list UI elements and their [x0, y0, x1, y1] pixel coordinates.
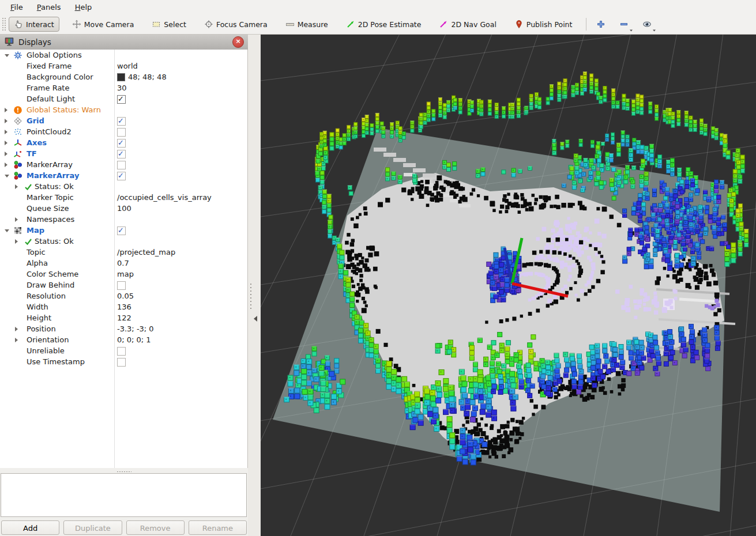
tool-move-camera[interactable]: Move Camera: [67, 17, 140, 32]
tree-value-map[interactable]: [117, 225, 126, 236]
tree-value-height[interactable]: 122: [117, 312, 131, 323]
tree-value-orientation[interactable]: 0; 0; 0; 1: [117, 334, 151, 345]
checkbox-unreliable[interactable]: [117, 347, 126, 356]
tree-row-resolution[interactable]: Resolution0.05: [0, 290, 247, 301]
tree-value-marker-topic[interactable]: /occupied_cells_vis_array: [117, 192, 212, 203]
tree-value-markerarray[interactable]: [117, 159, 126, 170]
tree-value-resolution[interactable]: 0.05: [117, 290, 134, 301]
tree-value-grid[interactable]: [117, 115, 126, 126]
tree-row-status-ok[interactable]: Status: Ok: [0, 181, 247, 192]
tree-value-color-scheme[interactable]: map: [117, 269, 134, 280]
panel-viewport-splitter[interactable]: [248, 35, 261, 536]
expander-closed-icon[interactable]: [15, 217, 18, 222]
tool-select[interactable]: Select: [146, 17, 191, 32]
expander-closed-icon[interactable]: [15, 327, 18, 331]
checkbox-pointcloud2[interactable]: [117, 128, 126, 137]
remove-tool-button[interactable]: [614, 17, 634, 32]
add-tool-button[interactable]: [591, 17, 611, 32]
tree-value-queue-size[interactable]: 100: [117, 203, 131, 214]
caret-down-icon[interactable]: [629, 28, 634, 33]
menu-panels[interactable]: Panels: [30, 1, 68, 13]
expander-closed-icon[interactable]: [5, 141, 7, 145]
tree-value-default-light[interactable]: [117, 93, 126, 104]
tree-value-unreliable[interactable]: [117, 345, 126, 356]
tree-value-use-timestamp[interactable]: [117, 356, 126, 367]
tree-row-namespaces[interactable]: Namespaces: [0, 214, 247, 225]
tool-2d-nav-goal[interactable]: 2D Nav Goal: [434, 17, 501, 32]
tree-value-position[interactable]: -3.3; -3; 0: [117, 323, 154, 334]
toolbar-drag-handle[interactable]: [2, 17, 6, 31]
tree-value-alpha[interactable]: 0.7: [117, 258, 129, 269]
tree-value-fixed-frame[interactable]: world: [117, 61, 138, 71]
expander-closed-icon[interactable]: [5, 152, 7, 156]
tree-value-pointcloud2[interactable]: [117, 126, 126, 137]
expander-open-icon[interactable]: [5, 229, 9, 232]
tree-value-frame-rate[interactable]: 30: [117, 82, 127, 93]
tree-value-axes[interactable]: [117, 137, 126, 148]
menu-file[interactable]: File: [3, 1, 30, 13]
tree-row-alpha[interactable]: Alpha0.7: [0, 258, 247, 269]
tree-row-status-ok[interactable]: Status: Ok: [0, 236, 247, 247]
tree-row-width[interactable]: Width136: [0, 301, 247, 312]
tool-2d-pose-estimate[interactable]: 2D Pose Estimate: [341, 17, 427, 32]
tree-value-width[interactable]: 136: [117, 301, 131, 312]
tree-row-frame-rate[interactable]: Frame Rate30: [0, 82, 247, 93]
tree-row-grid[interactable]: Grid: [0, 115, 247, 126]
tree-row-background-color[interactable]: Background Color48; 48; 48: [0, 71, 247, 82]
expander-closed-icon[interactable]: [5, 119, 7, 123]
tree-row-topic[interactable]: Topic/projected_map: [0, 247, 247, 258]
tree-row-marker-topic[interactable]: Marker Topic/occupied_cells_vis_array: [0, 192, 247, 203]
tree-row-pointcloud2[interactable]: PointCloud2: [0, 126, 247, 137]
tree-value-tf[interactable]: [117, 148, 126, 159]
expander-closed-icon[interactable]: [5, 163, 7, 167]
tool-measure[interactable]: Measure: [280, 17, 333, 32]
tree-row-global-status-warn[interactable]: !Global Status: Warn: [0, 104, 247, 115]
checkbox-use-timestamp[interactable]: [117, 358, 126, 367]
tree-row-default-light[interactable]: Default Light: [0, 93, 247, 104]
tree-row-map[interactable]: Map: [0, 225, 247, 236]
expander-closed-icon[interactable]: [15, 239, 18, 244]
expander-closed-icon[interactable]: [15, 338, 18, 342]
tree-row-draw-behind[interactable]: Draw Behind: [0, 280, 247, 290]
checkbox-markerarray[interactable]: [117, 161, 126, 169]
checkbox-default-light[interactable]: [117, 95, 126, 104]
expander-closed-icon[interactable]: [5, 130, 7, 134]
checkbox-axes[interactable]: [117, 139, 126, 148]
tool-focus-camera[interactable]: Focus Camera: [199, 17, 273, 32]
checkbox-map[interactable]: [117, 227, 126, 235]
expander-open-icon[interactable]: [5, 54, 9, 57]
checkbox-tf[interactable]: [117, 150, 126, 158]
tree-row-global-options[interactable]: Global Options: [0, 50, 247, 61]
tree-value-topic[interactable]: /projected_map: [117, 247, 175, 258]
caret-down-icon[interactable]: [652, 28, 657, 33]
checkbox-grid[interactable]: [117, 117, 126, 126]
tree-row-position[interactable]: Position-3.3; -3; 0: [0, 323, 247, 334]
checkbox-markerarray[interactable]: [117, 172, 126, 180]
expander-closed-icon[interactable]: [15, 184, 18, 189]
checkbox-draw-behind[interactable]: [117, 281, 126, 290]
tree-row-color-scheme[interactable]: Color Schememap: [0, 269, 247, 280]
tool-interact[interactable]: Interact: [9, 17, 59, 32]
tree-row-tf[interactable]: TF: [0, 148, 247, 159]
tree-row-unreliable[interactable]: Unreliable: [0, 345, 247, 356]
tree-value-background-color[interactable]: 48; 48; 48: [117, 71, 167, 82]
tree-row-fixed-frame[interactable]: Fixed Frameworld: [0, 61, 247, 71]
tree-row-queue-size[interactable]: Queue Size100: [0, 203, 247, 214]
collapse-left-icon[interactable]: [254, 316, 257, 322]
3d-viewport[interactable]: [261, 35, 756, 536]
tree-row-axes[interactable]: Axes: [0, 137, 247, 148]
tree-row-height[interactable]: Height122: [0, 312, 247, 323]
tree-row-markerarray[interactable]: MarkerArray: [0, 170, 247, 181]
close-icon[interactable]: ×: [232, 36, 244, 48]
menu-help[interactable]: Help: [68, 1, 99, 13]
tool-visibility-button[interactable]: [637, 17, 657, 32]
tree-value-draw-behind[interactable]: [117, 280, 126, 290]
tree-row-orientation[interactable]: Orientation0; 0; 0; 1: [0, 334, 247, 345]
tree-row-markerarray[interactable]: MarkerArray: [0, 159, 247, 170]
tree-value-markerarray[interactable]: [117, 170, 126, 181]
add-button[interactable]: Add: [1, 520, 59, 535]
expander-open-icon[interactable]: [5, 175, 9, 178]
tree-row-use-timestamp[interactable]: Use Timestamp: [0, 356, 247, 367]
splitter-drag-handle[interactable]: [250, 282, 252, 309]
tool-publish-point[interactable]: Publish Point: [509, 17, 578, 32]
